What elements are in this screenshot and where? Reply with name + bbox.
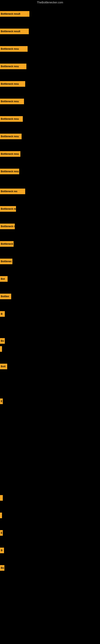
- bottleneck-bar-6: Bottleneck resu: [0, 116, 23, 122]
- bottleneck-bar-17: B: [0, 311, 5, 317]
- bottleneck-bar-label-25: B: [1, 549, 2, 552]
- bottleneck-bar-label-8: Bottleneck resu: [1, 152, 19, 155]
- bottleneck-bar-label-11: Bottleneck re: [1, 208, 16, 210]
- bottleneck-bar-label-18: Bo: [1, 340, 4, 342]
- bottleneck-bar-22: [0, 495, 3, 501]
- bottleneck-bar-label-21: E: [1, 400, 2, 403]
- bottleneck-bar-label-16: Bottlen: [1, 295, 9, 298]
- bottleneck-bar-label-12: Bottleneck re: [1, 225, 15, 228]
- bottleneck-bar-label-15: Bot: [1, 278, 5, 280]
- bottleneck-bar-label-13: Bottleneck r: [1, 242, 14, 245]
- bottleneck-bar-0: Bottleneck result: [0, 11, 29, 17]
- bottleneck-bar-20: Bott: [0, 364, 7, 369]
- bottleneck-bar-13: Bottleneck r: [0, 241, 14, 247]
- bottleneck-bar-18: Bo: [0, 338, 5, 344]
- bottleneck-bar-15: Bot: [0, 276, 8, 282]
- bottleneck-bar-14: Bottlenec: [0, 258, 12, 264]
- bottleneck-bar-label-3: Bottleneck resu: [1, 65, 19, 68]
- bottleneck-bar-3: Bottleneck resu: [0, 64, 26, 69]
- bottleneck-bar-label-2: Bottleneck resu: [1, 48, 19, 50]
- bottleneck-bar-label-7: Bottleneck resu: [1, 135, 19, 138]
- bottleneck-bar-label-10: Bottleneck res: [1, 190, 17, 193]
- bottleneck-bar-11: Bottleneck re: [0, 206, 16, 212]
- bottleneck-bar-label-20: Bott: [1, 365, 6, 368]
- bottleneck-bar-12: Bottleneck re: [0, 224, 15, 229]
- bottleneck-bar-label-17: B: [1, 312, 2, 315]
- bottleneck-bar-4: Bottleneck resu: [0, 81, 25, 87]
- bottleneck-bar-label-24: E: [1, 532, 2, 534]
- bottleneck-bar-label-1: Bottleneck result: [1, 30, 20, 33]
- bottleneck-bar-21: E: [0, 398, 3, 404]
- bottleneck-bar-16: Bottlen: [0, 294, 11, 299]
- bottleneck-bar-24: E: [0, 530, 3, 536]
- bottleneck-bar-23: [0, 512, 2, 518]
- bottleneck-bar-label-9: Bottleneck resu: [1, 170, 19, 173]
- bottleneck-bar-19: [0, 346, 2, 352]
- bottleneck-bar-25: B: [0, 548, 4, 553]
- bottleneck-bar-label-26: Bo: [1, 566, 4, 569]
- site-title: TheBottlenecker.com: [0, 0, 100, 5]
- bottleneck-bar-5: Bottleneck resu: [0, 98, 24, 104]
- bottleneck-bar-1: Bottleneck result: [0, 28, 29, 34]
- bottleneck-bar-label-4: Bottleneck resu: [1, 82, 19, 85]
- bottleneck-bar-label-6: Bottleneck resu: [1, 118, 19, 120]
- bottleneck-bar-10: Bottleneck res: [0, 188, 25, 194]
- bottleneck-bar-label-5: Bottleneck resu: [1, 100, 19, 103]
- bottleneck-bar-7: Bottleneck resu: [0, 134, 22, 139]
- bottleneck-bar-label-14: Bottlenec: [1, 260, 12, 263]
- bottleneck-bar-9: Bottleneck resu: [0, 169, 19, 174]
- bottleneck-bar-label-0: Bottleneck result: [1, 12, 20, 15]
- bottleneck-bar-26: Bo: [0, 565, 4, 571]
- bottleneck-bar-8: Bottleneck resu: [0, 151, 20, 157]
- bottleneck-bar-2: Bottleneck resu: [0, 46, 28, 52]
